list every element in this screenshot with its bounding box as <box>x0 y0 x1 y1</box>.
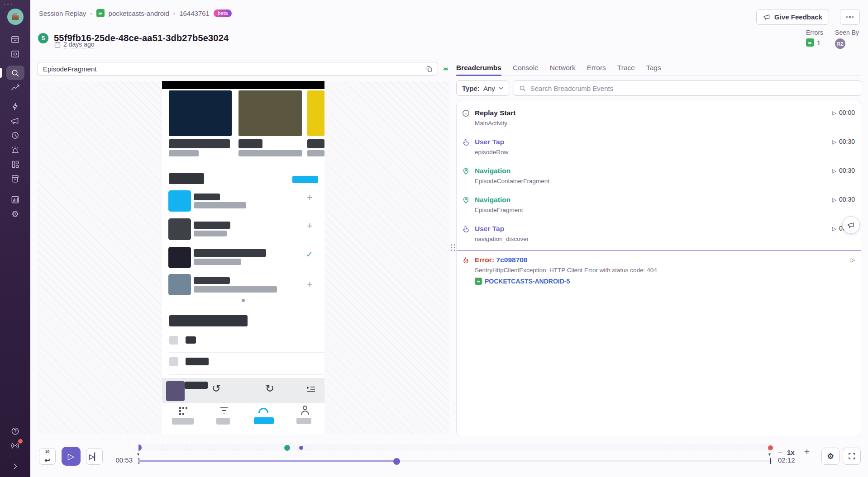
wireframe-divider <box>169 352 324 353</box>
tab-errors[interactable]: Errors <box>587 60 606 76</box>
breadcrumbs-panel: Breadcrumbs Console Network Errors Trace… <box>456 60 861 436</box>
sidebar-item-performance[interactable] <box>6 80 24 94</box>
event-replay-start[interactable]: Replay Start MainActivity 00:00 <box>457 105 861 134</box>
sidebar-item-alerts[interactable] <box>6 142 24 157</box>
type-filter-dropdown[interactable]: Type: Any <box>456 80 509 96</box>
panel-resize-handle[interactable] <box>449 62 456 436</box>
replay-viewport[interactable]: + + ✓ + <box>38 81 449 434</box>
replay-search-row <box>38 62 449 76</box>
sidebar-item-feedback[interactable] <box>6 113 24 128</box>
player-settings-button[interactable]: ⚙ <box>821 448 839 465</box>
skip-to-end-button[interactable]: ▷▏ <box>86 448 103 465</box>
megaphone-icon <box>10 116 20 126</box>
help-button[interactable] <box>6 424 24 438</box>
breadcrumb-replay-id[interactable]: 16443761 <box>179 9 210 17</box>
wireframe-bar <box>194 231 227 236</box>
sidebar-item-releases[interactable] <box>6 171 24 186</box>
wireframe-pill <box>172 418 194 425</box>
type-filter-value: Any <box>483 85 495 92</box>
wireframe-statusbar <box>162 81 324 89</box>
play-from-here-icon <box>832 109 836 116</box>
sidebar-item-issues[interactable] <box>6 32 24 47</box>
event-timestamp[interactable]: 00:30 <box>832 138 855 145</box>
breadcrumb-search-input[interactable] <box>529 84 856 93</box>
event-error[interactable]: Error: 7c098708 SentryHttpClientExceptio… <box>457 252 861 291</box>
sidebar-item-replays[interactable] <box>6 128 24 142</box>
event-title: User Tap <box>475 224 854 233</box>
tab-console[interactable]: Console <box>513 60 539 76</box>
give-feedback-button[interactable]: Give Feedback <box>756 9 829 25</box>
copy-icon <box>426 66 433 72</box>
sidebar-item-components[interactable] <box>6 157 24 171</box>
event-timestamp[interactable]: 00:30 <box>832 167 855 174</box>
sidebar-item-settings[interactable]: ⚙ <box>6 207 24 221</box>
sidebar-item-projects[interactable] <box>6 47 24 61</box>
navigation-marker[interactable] <box>284 445 290 451</box>
breadcrumb-project[interactable]: pocketcasts-android <box>109 9 169 17</box>
wireframe-block <box>169 173 204 184</box>
errors-label: Errors <box>806 29 823 36</box>
wireframe-artwork <box>166 381 185 401</box>
android-platform-icon <box>806 38 814 47</box>
event-navigation[interactable]: Navigation EpisodeFragment 00:30 <box>457 192 861 221</box>
timeline-scrubber[interactable]: ▾ ▾ <box>138 436 774 477</box>
tab-breadcrumbs[interactable]: Breadcrumbs <box>456 60 501 76</box>
replay-search-input[interactable] <box>42 65 425 73</box>
feedback-label: Give Feedback <box>774 13 822 21</box>
playlist-icon <box>306 386 316 393</box>
event-user-tap[interactable]: User Tap navigation_discover 00:33 <box>457 221 861 250</box>
tab-network[interactable]: Network <box>550 60 576 76</box>
copy-button[interactable] <box>425 65 434 73</box>
event-timestamp[interactable] <box>851 256 855 263</box>
scrubber-handle[interactable] <box>393 458 400 465</box>
play-icon: ▷ <box>68 451 75 462</box>
event-timestamp[interactable]: 00:00 <box>832 109 855 116</box>
age-text[interactable]: 2 days ago <box>63 41 95 48</box>
fullscreen-button[interactable] <box>843 448 861 465</box>
event-user-tap[interactable]: User Tap episodeRow 00:30 <box>457 134 861 163</box>
location-pin-icon <box>462 167 470 175</box>
sidebar-expand-button[interactable] <box>6 459 24 473</box>
lightning-icon <box>10 102 20 111</box>
android-platform-icon <box>442 65 449 73</box>
wireframe-bar <box>194 202 246 208</box>
tab-tags[interactable]: Tags <box>646 60 661 76</box>
event-timestamp[interactable]: 00:30 <box>832 196 855 203</box>
total-duration: 02:12 <box>778 456 795 464</box>
sidebar-item-stats[interactable] <box>6 192 24 207</box>
wireframe-pill-active <box>254 417 274 424</box>
event-title: Navigation <box>475 195 854 204</box>
feedback-floating-button[interactable] <box>842 216 860 234</box>
seen-by-avatar[interactable]: RZ <box>835 38 845 49</box>
more-options-button[interactable] <box>840 9 860 25</box>
play-button[interactable]: ▷ <box>62 447 81 466</box>
bar-stats-icon <box>10 195 20 204</box>
timeline-events-track[interactable] <box>138 444 774 451</box>
code-project-icon <box>10 49 20 59</box>
wireframe-pill <box>292 176 318 183</box>
issue-link[interactable]: POCKETCASTS-ANDROID-5 <box>475 278 854 285</box>
playback-speed[interactable]: 1x <box>787 449 795 456</box>
plus-icon: + <box>307 279 313 289</box>
sidebar-item-explore[interactable] <box>6 66 24 80</box>
rewind-10-button[interactable]: 10 ↩ <box>39 448 56 465</box>
sidebar-item-insights[interactable] <box>6 99 24 113</box>
tap-marker[interactable] <box>299 446 303 450</box>
replay-meta: Errors 1 Seen By RZ <box>806 29 859 49</box>
megaphone-icon <box>847 221 855 229</box>
error-caret-icon: ▾ <box>768 452 771 457</box>
rewind-seconds: 10 <box>45 450 49 453</box>
timeline-zoom-in-button[interactable]: + <box>802 446 811 457</box>
breadcrumb-session-replay[interactable]: Session Replay <box>39 9 86 17</box>
error-id-link[interactable]: 7c098708 <box>496 256 528 264</box>
ellipsis-icon <box>846 16 854 18</box>
wireframe-pill <box>216 418 230 425</box>
event-description: EpisodeFragment <box>475 206 854 214</box>
org-avatar[interactable] <box>7 9 24 25</box>
error-marker[interactable] <box>768 445 773 450</box>
errors-count[interactable]: 1 <box>817 39 820 47</box>
profile-nav-icon <box>300 405 310 416</box>
tab-trace[interactable]: Trace <box>617 60 635 76</box>
whats-new-button[interactable] <box>6 438 24 453</box>
event-navigation[interactable]: Navigation EpisodeContainerFragment 00:3… <box>457 163 861 192</box>
